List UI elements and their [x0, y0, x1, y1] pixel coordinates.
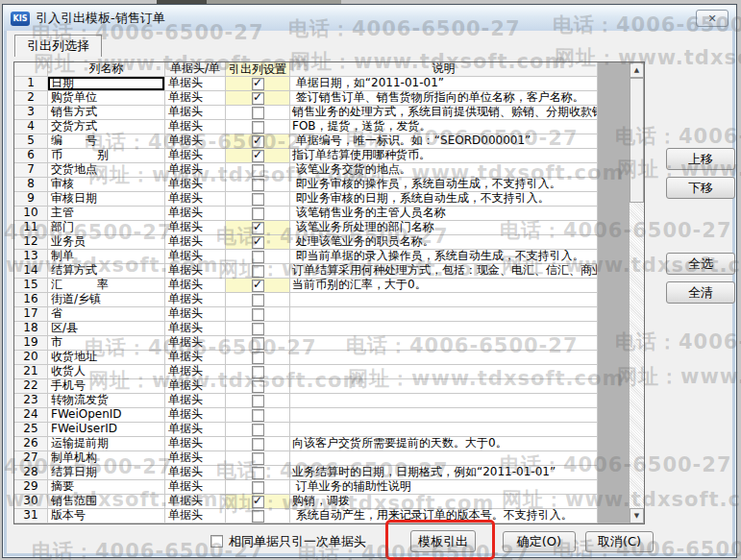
cell-column-name[interactable]: 部门 [48, 221, 165, 235]
header-description[interactable]: 说明 [290, 62, 598, 77]
row-number[interactable]: 3 [14, 106, 48, 120]
export-checkbox[interactable] [252, 481, 264, 494]
cell-export-setting[interactable] [226, 250, 290, 264]
row-number[interactable]: 11 [14, 221, 48, 235]
export-checkbox[interactable]: ✓ [252, 222, 264, 234]
cell-export-setting[interactable]: ✓ [226, 91, 290, 106]
export-checkbox[interactable] [252, 510, 264, 523]
cell-column-name[interactable]: 销售方式 [48, 106, 165, 120]
cell-doc-part[interactable]: 单据头 [165, 365, 226, 379]
row-number[interactable]: 30 [14, 495, 48, 509]
vertical-scrollbar[interactable]: ▲ ▼ [630, 62, 644, 523]
cell-export-setting[interactable] [226, 351, 290, 365]
export-checkbox[interactable] [252, 323, 264, 335]
cell-export-setting[interactable] [226, 394, 290, 408]
cell-column-name[interactable]: 汇 率 [48, 279, 165, 293]
row-number[interactable]: 12 [14, 235, 48, 250]
row-number[interactable]: 18 [14, 322, 48, 336]
row-number[interactable]: 24 [14, 408, 48, 423]
export-checkbox[interactable]: ✓ [252, 236, 264, 249]
cell-column-name[interactable]: 主管 [48, 207, 165, 221]
cell-doc-part[interactable]: 单据头 [165, 394, 226, 408]
cell-column-name[interactable]: 币 别 [48, 149, 165, 163]
cell-export-setting[interactable]: ✓ [226, 77, 290, 91]
export-checkbox[interactable]: ✓ [252, 150, 264, 162]
row-number[interactable]: 15 [14, 279, 48, 293]
row-number[interactable]: 28 [14, 466, 48, 480]
cell-doc-part[interactable]: 单据头 [165, 437, 226, 451]
cell-column-name[interactable]: FWeiUserID [48, 423, 165, 437]
same-doc-once-checkbox[interactable] [210, 535, 223, 548]
cell-doc-part[interactable]: 单据头 [165, 192, 226, 207]
cancel-button[interactable]: 取消(C) [585, 531, 654, 552]
export-checkbox[interactable] [252, 107, 264, 119]
export-checkbox[interactable] [252, 337, 264, 350]
export-checkbox[interactable] [252, 164, 264, 177]
header-doc-part[interactable]: 单据头/单 [165, 62, 226, 77]
cell-column-name[interactable]: 收货地址 [48, 351, 165, 365]
cell-export-setting[interactable] [226, 207, 290, 221]
export-checkbox[interactable] [252, 121, 264, 134]
cell-doc-part[interactable]: 单据头 [165, 509, 226, 523]
row-number[interactable]: 21 [14, 365, 48, 379]
cell-column-name[interactable]: 转物流发货 [48, 394, 165, 408]
cell-export-setting[interactable] [226, 336, 290, 351]
cell-export-setting[interactable] [226, 466, 290, 480]
cell-doc-part[interactable]: 单据头 [165, 120, 226, 134]
cell-export-setting[interactable] [226, 178, 290, 192]
cell-doc-part[interactable]: 单据头 [165, 178, 226, 192]
cell-doc-part[interactable]: 单据头 [165, 163, 226, 178]
cell-doc-part[interactable]: 单据头 [165, 466, 226, 480]
export-checkbox[interactable] [252, 294, 264, 306]
cell-doc-part[interactable]: 单据头 [165, 451, 226, 466]
scrollbar-thumb[interactable] [630, 78, 644, 203]
cell-export-setting[interactable]: ✓ [226, 149, 290, 163]
cell-export-setting[interactable] [226, 408, 290, 423]
export-checkbox[interactable] [252, 366, 264, 378]
cell-doc-part[interactable]: 单据头 [165, 250, 226, 264]
cell-column-name[interactable]: FWeiOpenID [48, 408, 165, 423]
cell-column-name[interactable]: 制单机构 [48, 451, 165, 466]
cell-doc-part[interactable]: 单据头 [165, 379, 226, 394]
cell-doc-part[interactable]: 单据头 [165, 149, 226, 163]
cell-export-setting[interactable] [226, 293, 290, 307]
cell-doc-part[interactable]: 单据头 [165, 423, 226, 437]
row-number[interactable]: 13 [14, 250, 48, 264]
export-checkbox[interactable] [252, 467, 264, 479]
cell-export-setting[interactable] [226, 307, 290, 322]
cell-doc-part[interactable]: 单据头 [165, 408, 226, 423]
cell-doc-part[interactable]: 单据头 [165, 351, 226, 365]
move-down-button[interactable]: 下移 [666, 177, 735, 199]
row-number[interactable]: 10 [14, 207, 48, 221]
export-checkbox[interactable] [252, 207, 264, 220]
cell-export-setting[interactable] [226, 322, 290, 336]
cell-export-setting[interactable] [226, 163, 290, 178]
template-export-button[interactable]: 模板引出 [410, 530, 476, 552]
cell-export-setting[interactable] [226, 264, 290, 279]
cell-doc-part[interactable]: 单据头 [165, 322, 226, 336]
cell-column-name[interactable]: 运输提前期 [48, 437, 165, 451]
row-number[interactable]: 6 [14, 149, 48, 163]
cell-export-setting[interactable]: ✓ [226, 495, 290, 509]
row-number[interactable]: 20 [14, 351, 48, 365]
export-checkbox[interactable] [252, 251, 264, 263]
cell-export-setting[interactable]: ✓ [226, 279, 290, 293]
cell-export-setting[interactable]: ✓ [226, 221, 290, 235]
cell-column-name[interactable]: 版本号 [48, 509, 165, 523]
export-checkbox[interactable] [252, 179, 264, 191]
close-button[interactable]: ✕ [696, 10, 729, 27]
row-number[interactable]: 9 [14, 192, 48, 207]
row-number[interactable]: 8 [14, 178, 48, 192]
row-number[interactable]: 26 [14, 437, 48, 451]
export-checkbox[interactable] [252, 265, 264, 278]
row-number[interactable]: 25 [14, 423, 48, 437]
cell-column-name[interactable]: 收货人 [48, 365, 165, 379]
cell-doc-part[interactable]: 单据头 [165, 336, 226, 351]
cell-export-setting[interactable] [226, 192, 290, 207]
cell-export-setting[interactable]: ✓ [226, 235, 290, 250]
export-checkbox[interactable]: ✓ [252, 135, 264, 148]
export-checkbox[interactable]: ✓ [252, 280, 264, 292]
cell-doc-part[interactable]: 单据头 [165, 293, 226, 307]
tab-export-column-select[interactable]: 引出列选择 [14, 35, 102, 57]
cell-column-name[interactable]: 街道/乡镇 [48, 293, 165, 307]
